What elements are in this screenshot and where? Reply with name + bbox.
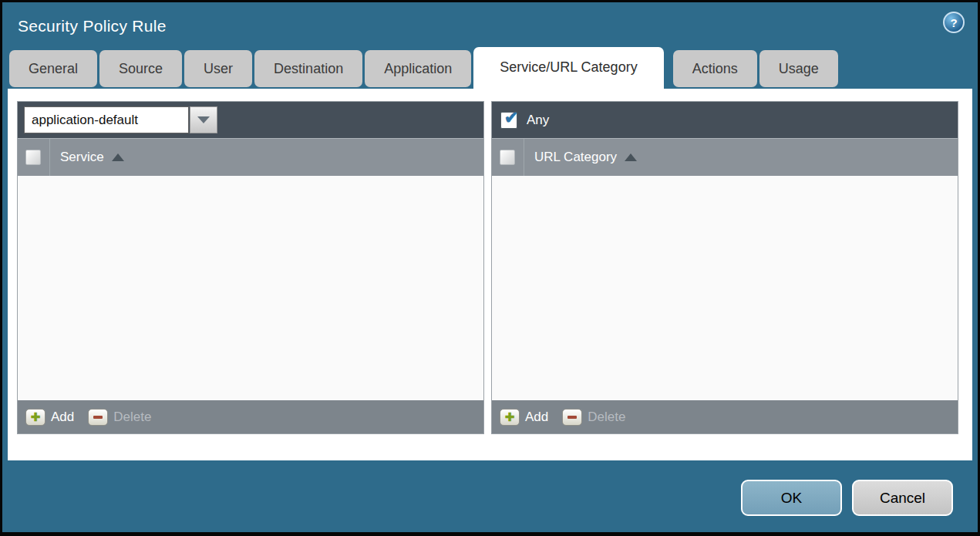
add-url-category-button[interactable]: Add: [525, 410, 548, 425]
tab-service-url-category[interactable]: Service/URL Category: [473, 47, 663, 89]
url-category-panel: ✔ Any URL Category ✚ Add: [491, 101, 958, 434]
select-all-url-categories-checkbox[interactable]: [500, 150, 515, 165]
chevron-down-icon: [197, 116, 210, 123]
security-policy-rule-dialog: Security Policy Rule ? General Source Us…: [0, 0, 980, 536]
service-panel-footer: ✚ Add Delete: [18, 400, 483, 433]
service-type-dropdown[interactable]: [24, 106, 217, 133]
tab-general[interactable]: General: [9, 50, 97, 87]
plus-glyph: ✚: [31, 411, 41, 423]
delete-icon[interactable]: [562, 409, 582, 426]
content-area: Service ✚ Add Delete: [8, 89, 972, 460]
add-icon[interactable]: ✚: [500, 409, 520, 426]
select-all-services-checkbox[interactable]: [25, 150, 41, 165]
service-panel-header: [18, 102, 483, 138]
service-panel: Service ✚ Add Delete: [17, 101, 484, 434]
plus-glyph: ✚: [505, 411, 515, 423]
service-type-dropdown-button[interactable]: [190, 106, 217, 133]
tab-source[interactable]: Source: [99, 50, 182, 87]
cancel-button[interactable]: Cancel: [852, 480, 953, 516]
divider: [524, 139, 524, 176]
checkmark-icon: ✔: [504, 110, 518, 126]
delete-url-category-button[interactable]: Delete: [588, 410, 625, 425]
dialog-title: Security Policy Rule: [18, 17, 167, 35]
service-column-header: Service: [18, 138, 483, 176]
help-icon[interactable]: ?: [943, 12, 965, 33]
tab-actions[interactable]: Actions: [673, 50, 757, 87]
tab-application[interactable]: Application: [365, 50, 471, 87]
service-list: [18, 176, 483, 400]
tab-user[interactable]: User: [184, 50, 252, 87]
url-category-panel-header: ✔ Any: [492, 102, 958, 138]
minus-glyph: [93, 416, 103, 419]
sort-ascending-icon[interactable]: [625, 153, 637, 161]
service-type-dropdown-input[interactable]: [24, 106, 189, 133]
delete-service-button[interactable]: Delete: [113, 410, 151, 425]
divider: [49, 139, 50, 176]
titlebar: Security Policy Rule ?: [2, 2, 978, 49]
sort-ascending-icon[interactable]: [112, 153, 124, 161]
url-category-column-label[interactable]: URL Category: [534, 150, 617, 165]
minus-glyph: [567, 416, 577, 419]
add-service-button[interactable]: Add: [51, 410, 74, 425]
add-icon[interactable]: ✚: [25, 409, 45, 426]
tab-usage[interactable]: Usage: [759, 50, 838, 87]
tab-destination[interactable]: Destination: [254, 50, 362, 87]
any-label[interactable]: Any: [527, 113, 549, 128]
any-checkbox[interactable]: ✔: [500, 112, 517, 129]
dialog-action-bar: OK Cancel: [2, 459, 978, 532]
delete-icon[interactable]: [88, 409, 108, 426]
tab-bar: General Source User Destination Applicat…: [2, 49, 978, 89]
url-category-list: [492, 176, 958, 400]
url-category-panel-footer: ✚ Add Delete: [492, 400, 958, 433]
service-column-label[interactable]: Service: [60, 150, 104, 165]
panels: Service ✚ Add Delete: [8, 89, 972, 434]
url-category-column-header: URL Category: [492, 138, 958, 176]
ok-button[interactable]: OK: [741, 480, 842, 516]
